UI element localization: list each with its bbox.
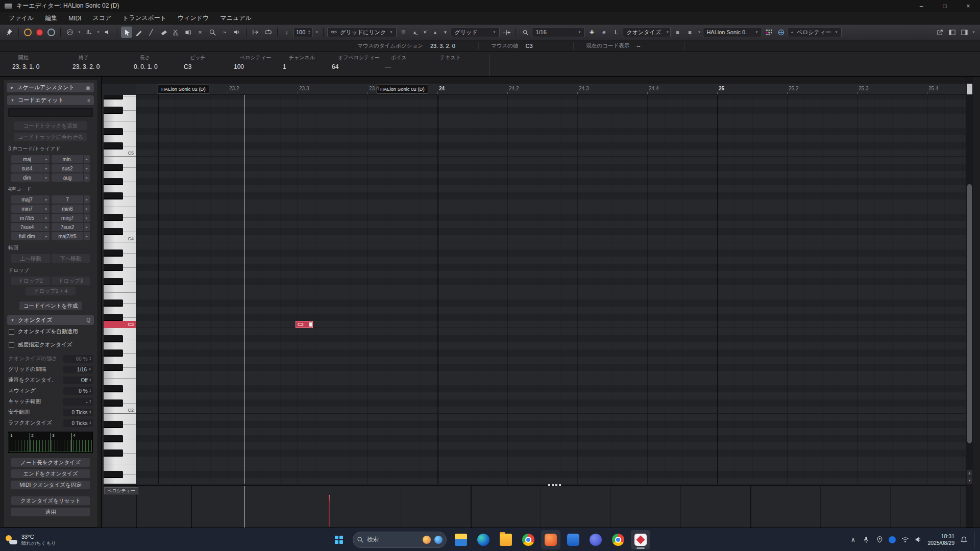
chevron-down-icon[interactable]: ▼ bbox=[314, 31, 320, 34]
pin-icon[interactable] bbox=[4, 27, 15, 38]
show-desktop-button[interactable] bbox=[974, 531, 976, 548]
spin-down[interactable]: ▼ bbox=[89, 402, 91, 404]
part-flag[interactable]: HALion Sonic 02 (D) bbox=[158, 85, 209, 93]
button-上へ移動[interactable]: 上へ移動 bbox=[11, 254, 50, 263]
chord-button-maj7[interactable]: maj7▶ bbox=[11, 195, 50, 204]
iterative-quantize-icon[interactable]: ✚ bbox=[586, 27, 597, 38]
note-grid[interactable]: C3 bbox=[136, 95, 966, 484]
grid-type-dropdown[interactable]: グリッド ▼ bbox=[451, 27, 500, 37]
scrub-tool[interactable] bbox=[231, 27, 242, 38]
chord-button-maj[interactable]: maj▶ bbox=[11, 155, 50, 163]
lane-resize-handle[interactable] bbox=[548, 484, 562, 486]
quantize-value[interactable]: 0 %▲▼ bbox=[63, 387, 93, 395]
midi-note[interactable]: C3 bbox=[296, 321, 313, 328]
chord-button-min7[interactable]: min7▶ bbox=[11, 205, 50, 213]
erase-tool[interactable] bbox=[158, 27, 169, 38]
microphone-icon[interactable] bbox=[862, 536, 870, 543]
velocity-lane-label[interactable]: ベロシティー bbox=[104, 487, 138, 494]
chevron-down-icon[interactable]: ▼ bbox=[77, 31, 82, 34]
quantize-value[interactable]: 0 Ticks▲▼ bbox=[63, 409, 93, 416]
tray-overflow-chevron-icon[interactable]: ∧ bbox=[849, 536, 857, 543]
button-ドロップ3[interactable]: ドロップ3 bbox=[52, 277, 90, 285]
info-field-value[interactable]: 23. 3. 1. 0 bbox=[12, 63, 67, 70]
black-key[interactable] bbox=[104, 335, 123, 342]
event-colors-dropdown[interactable]: ベロシティー ▼ bbox=[788, 27, 842, 37]
grid-matrix-icon[interactable] bbox=[763, 27, 774, 38]
zoom-slider[interactable]: • bbox=[967, 477, 972, 484]
nudge-down-bar-icon[interactable]: ▼̅ bbox=[420, 27, 429, 38]
chord-button-maj7/#5[interactable]: maj7/#5▶ bbox=[52, 232, 90, 240]
quantize-button-3[interactable]: クオンタイズをリセット bbox=[11, 496, 90, 505]
black-key[interactable] bbox=[104, 449, 123, 457]
chevron-right-icon[interactable]: ▶ bbox=[83, 214, 90, 222]
velocity-grid[interactable] bbox=[136, 486, 966, 528]
black-key[interactable] bbox=[104, 192, 123, 199]
info-field-value[interactable]: 0. 0. 1. 0 bbox=[134, 63, 179, 70]
event-lines-icon[interactable]: ≡ bbox=[684, 27, 695, 38]
scrollbar-top-button[interactable] bbox=[967, 84, 972, 94]
menu-item-6[interactable]: マニュアル bbox=[214, 12, 257, 24]
chevron-right-icon[interactable]: ▶ bbox=[83, 195, 90, 204]
minimize-button[interactable]: – bbox=[910, 0, 933, 12]
velocity-lane[interactable]: ベロシティー bbox=[104, 485, 966, 528]
create-chord-event-button[interactable]: コードイベントを作成 bbox=[19, 302, 82, 310]
keyboard-octave-C2[interactable]: C2 bbox=[104, 328, 136, 414]
quantize-preset-dropdown[interactable]: 1/16 ▼ bbox=[532, 27, 585, 37]
close-button[interactable]: × bbox=[957, 0, 980, 12]
grid-link-dropdown[interactable]: グリッドにリンク ▼ bbox=[327, 27, 397, 37]
black-key[interactable] bbox=[104, 314, 123, 321]
glue-tool[interactable] bbox=[182, 27, 193, 38]
part-selector-dropdown[interactable]: HALion Sonic 0. ▼ bbox=[703, 27, 762, 37]
quantize-value[interactable]: Off▲▼ bbox=[63, 377, 93, 384]
open-in-window-icon[interactable] bbox=[934, 27, 945, 38]
vertical-scrollbar[interactable]: + • bbox=[966, 77, 973, 528]
soft-quantize-checkbox[interactable] bbox=[9, 342, 14, 348]
menu-item-3[interactable]: スコア bbox=[87, 12, 117, 24]
menu-item-4[interactable]: トランスポート bbox=[117, 12, 172, 24]
chord-button-m7/b5[interactable]: m7/b5▶ bbox=[11, 214, 50, 222]
chevron-down-icon[interactable]: ▼ bbox=[696, 31, 702, 34]
mute-tool[interactable]: × bbox=[194, 27, 206, 38]
setup-toolbar-icon[interactable]: ▼ bbox=[971, 31, 976, 34]
black-key[interactable] bbox=[104, 364, 123, 371]
quantize-value[interactable]: -▲▼ bbox=[63, 398, 93, 406]
loop-icon[interactable] bbox=[262, 27, 274, 38]
chord-button-min.[interactable]: min.▶ bbox=[52, 155, 90, 163]
black-key[interactable] bbox=[104, 214, 123, 221]
right-zone-layout-icon[interactable] bbox=[959, 27, 970, 38]
chevron-right-icon[interactable]: ▶ bbox=[43, 223, 50, 231]
add-chord-track-button[interactable]: コードトラックを追加 bbox=[14, 121, 87, 130]
note-resize-handle[interactable] bbox=[309, 322, 312, 327]
spin-down[interactable]: ▼ bbox=[89, 391, 91, 393]
button-下へ移動[interactable]: 下へ移動 bbox=[52, 254, 90, 263]
drop-2-4-button[interactable]: ドロップ2 + 4 bbox=[26, 287, 76, 295]
chevron-right-icon[interactable]: ▶ bbox=[83, 164, 90, 172]
spin-down[interactable]: ▼ bbox=[89, 359, 91, 361]
background-app-icon[interactable] bbox=[889, 536, 896, 543]
black-key[interactable] bbox=[104, 164, 123, 171]
black-key[interactable] bbox=[104, 142, 123, 149]
black-key[interactable] bbox=[104, 471, 123, 478]
taskbar-browser[interactable] bbox=[608, 530, 628, 549]
quantize-header[interactable]: ▼ クオンタイズ Q bbox=[7, 315, 94, 325]
notifications-bell-icon[interactable] bbox=[960, 536, 968, 543]
black-key[interactable] bbox=[104, 421, 123, 428]
taskbar-chrome[interactable] bbox=[519, 530, 538, 549]
quantize-zoom-icon[interactable] bbox=[520, 27, 531, 38]
chord-button-min6[interactable]: min6▶ bbox=[52, 205, 90, 213]
chevron-right-icon[interactable]: ▶ bbox=[83, 223, 90, 231]
taskbar-file-explorer[interactable] bbox=[451, 530, 471, 549]
info-field-value[interactable]: 1 bbox=[283, 63, 327, 70]
black-key[interactable] bbox=[104, 128, 123, 135]
info-field-value[interactable]: 23. 3. 2. 0 bbox=[72, 63, 129, 70]
chevron-down-icon[interactable]: ▼ bbox=[95, 31, 101, 34]
transpose-up-icon[interactable]: ▲ bbox=[430, 27, 439, 38]
chord-button-dim[interactable]: dim▶ bbox=[11, 173, 50, 182]
chevron-right-icon[interactable]: ▶ bbox=[43, 155, 50, 163]
black-key[interactable] bbox=[104, 178, 123, 185]
wifi-icon[interactable] bbox=[901, 537, 909, 543]
black-key[interactable] bbox=[104, 435, 123, 442]
solo-editor-button[interactable] bbox=[24, 29, 32, 36]
project-cursor[interactable] bbox=[244, 95, 244, 484]
volume-icon[interactable] bbox=[914, 536, 922, 543]
